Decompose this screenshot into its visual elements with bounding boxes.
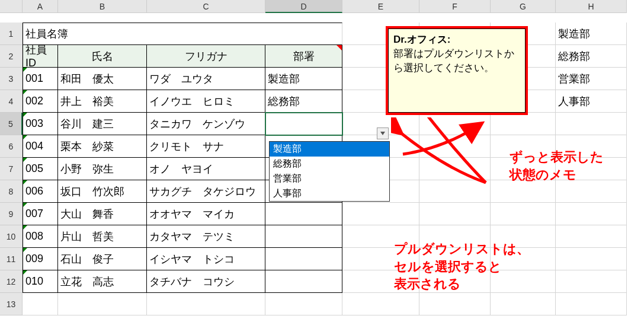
- dropdown-list[interactable]: 製造部 総務部 営業部 人事部: [269, 141, 390, 202]
- header-name[interactable]: 氏名: [58, 45, 147, 68]
- col-header-D[interactable]: D: [265, 0, 342, 13]
- comment-text: 部署はプルダウンリストから選択してください。: [393, 48, 514, 74]
- cell-D4[interactable]: 総務部: [265, 90, 342, 113]
- cell-A3[interactable]: 001: [23, 68, 58, 90]
- cell-C7[interactable]: オノ ヤヨイ: [147, 158, 265, 180]
- cell-B13[interactable]: [58, 293, 147, 315]
- cell-B9[interactable]: 大山 舞香: [58, 203, 147, 225]
- cell-D9[interactable]: [265, 203, 342, 225]
- col-header-B[interactable]: B: [58, 0, 147, 13]
- chevron-down-icon: [380, 132, 385, 135]
- title-cell[interactable]: 社員名簿: [23, 23, 342, 45]
- dropdown-item-1[interactable]: 総務部: [270, 157, 389, 171]
- row-header-13[interactable]: 13: [0, 293, 23, 315]
- cell-C6[interactable]: クリモト サナ: [147, 135, 265, 158]
- cell-D13[interactable]: [265, 293, 342, 315]
- cell-B4[interactable]: 井上 裕美: [58, 90, 147, 113]
- cell-C8[interactable]: サカグチ タケジロウ: [147, 180, 265, 203]
- cell-D11[interactable]: [265, 248, 342, 270]
- cell-B12[interactable]: 立花 高志: [58, 270, 147, 293]
- cell-D10[interactable]: [265, 225, 342, 248]
- cell-C12[interactable]: タチバナ コウシ: [147, 270, 265, 293]
- cell-F9[interactable]: [419, 203, 491, 225]
- cell-F7[interactable]: [419, 158, 491, 180]
- cell-E13[interactable]: [342, 293, 419, 315]
- cell-F13[interactable]: [419, 293, 491, 315]
- cell-G13[interactable]: [491, 293, 556, 315]
- header-dept[interactable]: 部署: [265, 45, 342, 68]
- row-header-5[interactable]: 5: [0, 113, 23, 135]
- cell-C9[interactable]: オオヤマ マイカ: [147, 203, 265, 225]
- cell-D3[interactable]: 製造部: [265, 68, 342, 90]
- cell-H2[interactable]: 総務部: [556, 45, 627, 68]
- cell-A12[interactable]: 010: [23, 270, 58, 293]
- cell-A11[interactable]: 009: [23, 248, 58, 270]
- col-header-E[interactable]: E: [342, 0, 419, 13]
- cell-D12[interactable]: [265, 270, 342, 293]
- cell-C10[interactable]: カタヤマ テツミ: [147, 225, 265, 248]
- col-header-F[interactable]: F: [419, 0, 491, 13]
- row-header-1[interactable]: 1: [0, 23, 23, 45]
- cell-B6[interactable]: 栗本 紗菜: [58, 135, 147, 158]
- cell-G8[interactable]: [491, 180, 556, 203]
- cell-E9[interactable]: [342, 203, 419, 225]
- dropdown-button[interactable]: [377, 127, 389, 139]
- row-header-10[interactable]: 10: [0, 225, 23, 248]
- cell-A9[interactable]: 007: [23, 203, 58, 225]
- cell-H3[interactable]: 営業部: [556, 68, 627, 90]
- cell-B7[interactable]: 小野 弥生: [58, 158, 147, 180]
- row-header-2[interactable]: 2: [0, 45, 23, 68]
- row-header-11[interactable]: 11: [0, 248, 23, 270]
- cell-H13[interactable]: [556, 293, 627, 315]
- cell-H9[interactable]: [556, 203, 627, 225]
- cell-C5[interactable]: タニカワ ケンゾウ: [147, 113, 265, 135]
- col-header-A[interactable]: A: [23, 0, 58, 13]
- cell-C13[interactable]: [147, 293, 265, 315]
- row-header-9[interactable]: 9: [0, 203, 23, 225]
- cell-G5[interactable]: [491, 113, 556, 135]
- dropdown-item-0[interactable]: 製造部: [270, 142, 389, 157]
- cell-A5[interactable]: 003: [23, 113, 58, 135]
- cell-G9[interactable]: [491, 203, 556, 225]
- cell-A8[interactable]: 006: [23, 180, 58, 203]
- cell-A7[interactable]: 005: [23, 158, 58, 180]
- cell-B5[interactable]: 谷川 建三: [58, 113, 147, 135]
- cell-B8[interactable]: 坂口 竹次郎: [58, 180, 147, 203]
- cell-H12[interactable]: [556, 270, 627, 293]
- cell-H5[interactable]: [556, 113, 627, 135]
- row-header-8[interactable]: 8: [0, 180, 23, 203]
- comment-content: Dr.オフィス: 部署はプルダウンリストから選択してください。: [388, 28, 526, 113]
- cell-C4[interactable]: イノウエ ヒロミ: [147, 90, 265, 113]
- cell-A6[interactable]: 004: [23, 135, 58, 158]
- cell-A10[interactable]: 008: [23, 225, 58, 248]
- cell-H10[interactable]: [556, 225, 627, 248]
- dropdown-item-3[interactable]: 人事部: [270, 186, 389, 201]
- col-header-H[interactable]: H: [556, 0, 627, 13]
- cell-A13[interactable]: [23, 293, 58, 315]
- cell-C11[interactable]: イシヤマ トシコ: [147, 248, 265, 270]
- cell-H4[interactable]: 人事部: [556, 90, 627, 113]
- cell-F6[interactable]: [419, 135, 491, 158]
- cell-F8[interactable]: [419, 180, 491, 203]
- cell-B11[interactable]: 石山 俊子: [58, 248, 147, 270]
- cell-H8[interactable]: [556, 180, 627, 203]
- corner-cell[interactable]: [0, 0, 23, 13]
- cell-D5-active[interactable]: [265, 113, 342, 135]
- dropdown-item-2[interactable]: 営業部: [270, 171, 389, 186]
- row-header-3[interactable]: 3: [0, 68, 23, 90]
- cell-A4[interactable]: 002: [23, 90, 58, 113]
- cell-B3[interactable]: 和田 優太: [58, 68, 147, 90]
- cell-H11[interactable]: [556, 248, 627, 270]
- cell-H1[interactable]: 製造部: [556, 23, 627, 45]
- col-header-C[interactable]: C: [147, 0, 265, 13]
- row-header-4[interactable]: 4: [0, 90, 23, 113]
- header-id[interactable]: 社員ID: [23, 45, 58, 68]
- cell-F5[interactable]: [419, 113, 491, 135]
- col-header-G[interactable]: G: [491, 0, 556, 13]
- cell-C3[interactable]: ワダ ユウタ: [147, 68, 265, 90]
- header-furi[interactable]: フリガナ: [147, 45, 265, 68]
- row-header-12[interactable]: 12: [0, 270, 23, 293]
- row-header-7[interactable]: 7: [0, 158, 23, 180]
- row-header-6[interactable]: 6: [0, 135, 23, 158]
- cell-B10[interactable]: 片山 哲美: [58, 225, 147, 248]
